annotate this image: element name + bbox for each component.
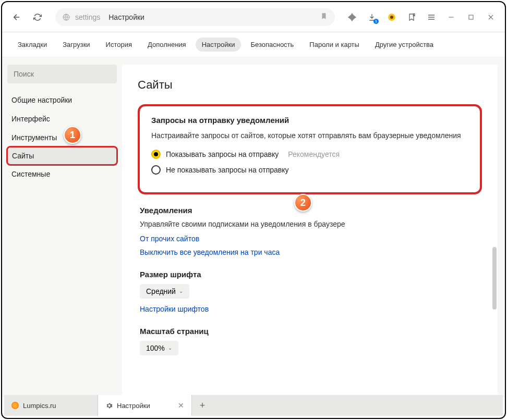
radio-label: Не показывать запросы на отправку bbox=[166, 166, 289, 174]
titlebar: settings Настройки 1 bbox=[2, 2, 505, 32]
section-desc: Управляйте своими подписками на уведомле… bbox=[140, 220, 480, 228]
topnav-downloads[interactable]: Загрузки bbox=[56, 38, 96, 52]
dropdown-value: Средний bbox=[146, 287, 176, 295]
link-font-settings[interactable]: Настройки шрифтов bbox=[140, 305, 480, 313]
radio-icon-unchecked bbox=[151, 165, 161, 175]
chevron-down-icon: ⌄ bbox=[179, 288, 183, 294]
section-desc: Настраивайте запросы от сайтов, которые … bbox=[151, 131, 468, 141]
content-area: Сайты Запросы на отправку уведомлений На… bbox=[122, 65, 498, 397]
reload-button[interactable] bbox=[29, 9, 46, 26]
close-button[interactable] bbox=[483, 9, 499, 25]
sidebar-item-interface[interactable]: Интерфейс bbox=[7, 109, 117, 128]
favicon-icon bbox=[11, 402, 19, 409]
link-disable-3h[interactable]: Выключить все уведомления на три часа bbox=[140, 248, 480, 256]
tab-label: Настройки bbox=[117, 402, 150, 410]
radio-label: Показывать запросы на отправку bbox=[166, 150, 279, 158]
tab-settings[interactable]: Настройки ✕ bbox=[98, 395, 192, 416]
font-size-section: Размер шрифта Средний ⌄ Настройки шрифто… bbox=[138, 270, 482, 313]
annotation-badge-1: 1 bbox=[64, 126, 81, 144]
address-prefix: settings bbox=[75, 13, 100, 21]
radio-hide-requests[interactable]: Не показывать запросы на отправку bbox=[151, 165, 468, 175]
topnav-addons[interactable]: Дополнения bbox=[141, 38, 192, 52]
notification-requests-section: Запросы на отправку уведомлений Настраив… bbox=[138, 104, 482, 194]
sidebar-item-system[interactable]: Системные bbox=[7, 165, 117, 183]
downloads-badge: 1 bbox=[373, 19, 379, 24]
address-title: Настройки bbox=[108, 13, 144, 21]
new-tab-button[interactable]: + bbox=[192, 395, 213, 416]
sidebar: Общие настройки Интерфейс Инструменты Са… bbox=[2, 57, 122, 397]
back-button[interactable] bbox=[8, 9, 25, 26]
radio-hint: Рекомендуется bbox=[288, 150, 340, 158]
close-icon[interactable]: ✕ bbox=[178, 401, 184, 410]
sidebar-item-sites[interactable]: Сайты bbox=[6, 146, 118, 166]
radio-icon-checked bbox=[151, 150, 161, 159]
section-title: Запросы на отправку уведомлений bbox=[151, 116, 468, 125]
radio-show-requests[interactable]: Показывать запросы на отправку Рекоменду… bbox=[151, 150, 468, 159]
zen-icon[interactable] bbox=[344, 9, 360, 25]
notifications-section: Уведомления Управляйте своими подписками… bbox=[138, 206, 482, 256]
maximize-button[interactable] bbox=[463, 9, 479, 25]
bookmarks-icon[interactable] bbox=[404, 9, 419, 25]
address-bar[interactable]: settings Настройки bbox=[55, 8, 335, 26]
topnav-passwords[interactable]: Пароли и карты bbox=[303, 38, 366, 52]
settings-topnav: Закладки Загрузки История Дополнения Нас… bbox=[2, 32, 505, 57]
topnav-bookmarks[interactable]: Закладки bbox=[11, 38, 53, 52]
page-zoom-section: Масштаб страниц 100% ⌄ bbox=[138, 327, 482, 362]
search-input[interactable] bbox=[7, 65, 117, 83]
globe-icon bbox=[63, 14, 70, 21]
bookmark-icon[interactable] bbox=[320, 13, 328, 21]
extension-icon[interactable] bbox=[384, 9, 400, 25]
svg-rect-3 bbox=[469, 15, 473, 19]
topnav-history[interactable]: История bbox=[100, 38, 138, 52]
dropdown-value: 100% bbox=[146, 344, 165, 352]
chevron-down-icon: ⌄ bbox=[168, 345, 172, 351]
sidebar-item-tools[interactable]: Инструменты bbox=[7, 128, 117, 147]
topnav-security[interactable]: Безопасность bbox=[244, 38, 300, 52]
svg-point-2 bbox=[390, 16, 393, 19]
zoom-dropdown[interactable]: 100% ⌄ bbox=[140, 341, 178, 355]
section-title: Размер шрифта bbox=[140, 270, 480, 279]
sidebar-item-general[interactable]: Общие настройки bbox=[7, 91, 117, 109]
menu-icon[interactable] bbox=[424, 9, 439, 25]
topnav-devices[interactable]: Другие устройства bbox=[369, 38, 440, 52]
gear-icon bbox=[105, 402, 113, 409]
tab-lumpics[interactable]: Lumpics.ru bbox=[4, 395, 98, 416]
tab-strip: Lumpics.ru Настройки ✕ + bbox=[4, 395, 503, 416]
page-title: Сайты bbox=[138, 78, 482, 92]
font-size-dropdown[interactable]: Средний ⌄ bbox=[140, 284, 189, 299]
section-title: Масштаб страниц bbox=[140, 327, 480, 336]
annotation-badge-2: 2 bbox=[294, 194, 312, 212]
link-other-sites[interactable]: От прочих сайтов bbox=[140, 234, 480, 243]
minimize-button[interactable] bbox=[443, 9, 459, 25]
tab-label: Lumpics.ru bbox=[23, 402, 56, 410]
scrollbar-thumb[interactable] bbox=[492, 247, 497, 310]
downloads-icon[interactable]: 1 bbox=[364, 9, 380, 25]
topnav-settings[interactable]: Настройки bbox=[196, 38, 242, 52]
